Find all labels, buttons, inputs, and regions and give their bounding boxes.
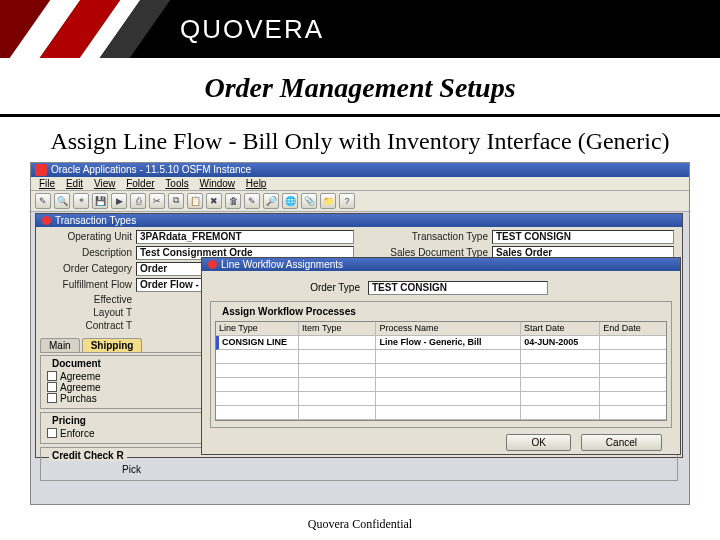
legend-credit: Credit Check R [49,450,127,461]
lbl-contract: Contract T [44,320,136,331]
tt-window-titlebar[interactable]: Transaction Types [36,214,682,227]
tb-find-icon[interactable]: 🔍 [54,193,70,209]
tt-window-title: Transaction Types [55,215,136,226]
lwa-window-title: Line Workflow Assignments [221,259,343,270]
lwa-window-titlebar[interactable]: Line Workflow Assignments [202,258,680,271]
tb-new-icon[interactable]: ✎ [35,193,51,209]
ok-button[interactable]: OK [506,434,570,451]
table-row[interactable] [216,406,666,420]
inp-order-type[interactable]: TEST CONSIGN [368,281,548,295]
tb-delete-icon[interactable]: 🗑 [225,193,241,209]
oracle-app-area: Oracle Applications - 11.5.10 OSFM Insta… [30,162,690,505]
col-item-type: Item Type [299,322,376,336]
lbl-effective: Effective [44,294,136,305]
cell-end-date[interactable] [600,336,666,350]
inp-operating-unit[interactable]: 3PARdata_FREMONT [136,230,354,244]
menu-help[interactable]: Help [242,178,271,189]
brand-logo: QUOVERA [180,14,324,45]
tb-copy-icon[interactable]: ⧉ [168,193,184,209]
tb-save-icon[interactable]: 💾 [92,193,108,209]
col-process-name: Process Name [376,322,521,336]
table-row[interactable] [216,378,666,392]
menu-folder[interactable]: Folder [122,178,158,189]
menu-view[interactable]: View [90,178,120,189]
lbl-order-category: Order Category [44,263,136,274]
fieldset-assign-workflow: Assign Workflow Processes Line Type Item… [210,301,672,428]
inp-transaction-type[interactable]: TEST CONSIGN [492,230,674,244]
lbl-pick: Pick [49,464,145,475]
slide-subtitle: Assign Line Flow - Bill Only with Invent… [0,117,720,162]
slide-title: Order Management Setups [0,58,720,117]
lbl-transaction-type: Transaction Type [364,231,492,242]
brand-stripes [0,0,170,58]
tb-clear-icon[interactable]: ✖ [206,193,222,209]
lbl-order-type: Order Type [210,282,360,293]
lbl-description: Description [44,247,136,258]
chk-agreement1-label: Agreeme [60,371,101,382]
workflow-grid[interactable]: Line Type Item Type Process Name Start D… [215,321,667,421]
cell-process-name[interactable]: Line Flow - Generic, Bill [376,336,521,350]
lbl-layout: Layout T [44,307,136,318]
toolbar: ✎ 🔍 ⌖ 💾 ▶ ⎙ ✂ ⧉ 📋 ✖ 🗑 ✎ 🔎 🌐 📎 📁 ? [31,191,689,212]
tab-shipping[interactable]: Shipping [82,338,143,352]
tb-translate-icon[interactable]: 🌐 [282,193,298,209]
tb-nav-icon[interactable]: ⌖ [73,193,89,209]
lbl-operating-unit: Operating Unit [44,231,136,242]
legend-pricing: Pricing [49,415,89,426]
tb-zoom-icon[interactable]: 🔎 [263,193,279,209]
window-icon [42,216,51,225]
menu-window[interactable]: Window [195,178,239,189]
chk-purchase[interactable] [47,393,57,403]
menu-tools[interactable]: Tools [161,178,192,189]
menu-file[interactable]: File [35,178,59,189]
tb-folder-icon[interactable]: 📁 [320,193,336,209]
legend-document: Document [49,358,104,369]
tb-cut-icon[interactable]: ✂ [149,193,165,209]
chk-purchase-label: Purchas [60,393,97,404]
tb-print-icon[interactable]: ⎙ [130,193,146,209]
col-start-date: Start Date [521,322,600,336]
table-row[interactable]: CONSIGN LINE Line Flow - Generic, Bill 0… [216,336,666,350]
cell-item-type[interactable] [299,336,376,350]
cell-start-date[interactable]: 04-JUN-2005 [521,336,600,350]
tb-help-icon[interactable]: ? [339,193,355,209]
cancel-button[interactable]: Cancel [581,434,662,451]
table-row[interactable] [216,392,666,406]
footer-text: Quovera Confidential [0,513,720,540]
chk-enforce-label: Enforce [60,428,94,439]
tb-paste-icon[interactable]: 📋 [187,193,203,209]
menu-edit[interactable]: Edit [62,178,87,189]
tb-attach-icon[interactable]: 📎 [301,193,317,209]
app-window-title: Oracle Applications - 11.5.10 OSFM Insta… [51,164,251,175]
legend-assign-workflow: Assign Workflow Processes [219,306,359,317]
tb-next-icon[interactable]: ▶ [111,193,127,209]
tb-edit-icon[interactable]: ✎ [244,193,260,209]
window-icon [208,260,217,269]
table-row[interactable] [216,364,666,378]
line-workflow-window: Line Workflow Assignments Order Type TES… [201,257,681,455]
app-icon [35,164,47,176]
menubar[interactable]: File Edit View Folder Tools Window Help [31,177,689,191]
chk-agreement2-label: Agreeme [60,382,101,393]
chk-agreement1[interactable] [47,371,57,381]
cell-line-type[interactable]: CONSIGN LINE [216,336,299,350]
app-titlebar: Oracle Applications - 11.5.10 OSFM Insta… [31,163,689,177]
chk-enforce[interactable] [47,428,57,438]
table-row[interactable] [216,350,666,364]
tab-main[interactable]: Main [40,338,80,352]
col-line-type: Line Type [216,322,299,336]
col-end-date: End Date [600,322,666,336]
brand-bar: QUOVERA [0,0,720,58]
lbl-fulfillment-flow: Fulfillment Flow [44,279,136,290]
chk-agreement2[interactable] [47,382,57,392]
